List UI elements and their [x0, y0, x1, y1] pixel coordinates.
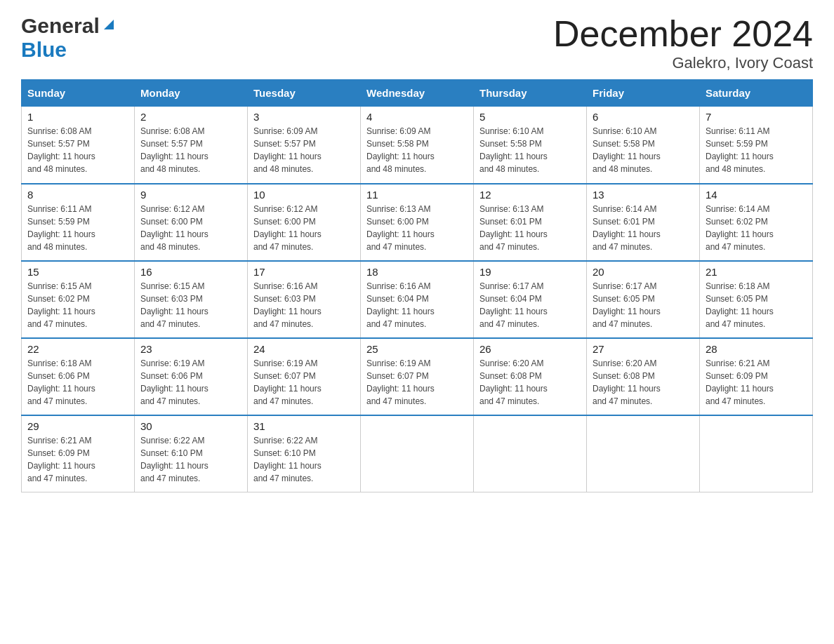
day-number: 8 — [27, 189, 128, 201]
calendar-cell: 13 Sunrise: 6:14 AMSunset: 6:01 PMDaylig… — [587, 184, 700, 261]
day-number: 15 — [27, 266, 128, 278]
calendar-table: SundayMondayTuesdayWednesdayThursdayFrid… — [21, 79, 813, 492]
calendar-day-header: Saturday — [700, 80, 813, 107]
day-number: 23 — [140, 343, 241, 355]
calendar-week-row: 29 Sunrise: 6:21 AMSunset: 6:09 PMDaylig… — [22, 415, 813, 492]
day-info: Sunrise: 6:11 AMSunset: 5:59 PMDaylight:… — [706, 126, 774, 174]
day-info: Sunrise: 6:21 AMSunset: 6:09 PMDaylight:… — [27, 436, 95, 483]
day-info: Sunrise: 6:15 AMSunset: 6:03 PMDaylight:… — [140, 281, 208, 329]
day-info: Sunrise: 6:20 AMSunset: 6:08 PMDaylight:… — [593, 358, 661, 406]
logo-triangle-icon — [101, 17, 117, 35]
calendar-cell: 15 Sunrise: 6:15 AMSunset: 6:02 PMDaylig… — [22, 261, 135, 338]
calendar-cell: 1 Sunrise: 6:08 AMSunset: 5:57 PMDayligh… — [22, 107, 135, 184]
day-info: Sunrise: 6:08 AMSunset: 5:57 PMDaylight:… — [140, 126, 208, 174]
calendar-week-row: 22 Sunrise: 6:18 AMSunset: 6:06 PMDaylig… — [22, 338, 813, 415]
calendar-cell: 6 Sunrise: 6:10 AMSunset: 5:58 PMDayligh… — [587, 107, 700, 184]
day-info: Sunrise: 6:15 AMSunset: 6:02 PMDaylight:… — [27, 281, 95, 329]
day-info: Sunrise: 6:20 AMSunset: 6:08 PMDaylight:… — [479, 358, 548, 406]
calendar-cell: 9 Sunrise: 6:12 AMSunset: 6:00 PMDayligh… — [135, 184, 248, 261]
day-number: 18 — [366, 266, 468, 278]
calendar-cell: 22 Sunrise: 6:18 AMSunset: 6:06 PMDaylig… — [22, 338, 135, 415]
calendar-cell: 31 Sunrise: 6:22 AMSunset: 6:10 PMDaylig… — [248, 415, 361, 492]
calendar-cell: 17 Sunrise: 6:16 AMSunset: 6:03 PMDaylig… — [248, 261, 361, 338]
day-info: Sunrise: 6:10 AMSunset: 5:58 PMDaylight:… — [479, 126, 548, 174]
calendar-cell: 2 Sunrise: 6:08 AMSunset: 5:57 PMDayligh… — [135, 107, 248, 184]
calendar-day-header: Sunday — [22, 80, 135, 107]
calendar-day-header: Tuesday — [248, 80, 361, 107]
svg-marker-0 — [104, 20, 114, 29]
logo-general-text: General — [21, 14, 100, 38]
page-header: General Blue December 2024 Galekro, Ivor… — [21, 14, 813, 72]
calendar-cell: 8 Sunrise: 6:11 AMSunset: 5:59 PMDayligh… — [22, 184, 135, 261]
calendar-cell: 3 Sunrise: 6:09 AMSunset: 5:57 PMDayligh… — [248, 107, 361, 184]
day-info: Sunrise: 6:13 AMSunset: 6:01 PMDaylight:… — [479, 204, 548, 252]
calendar-week-row: 8 Sunrise: 6:11 AMSunset: 5:59 PMDayligh… — [22, 184, 813, 261]
calendar-day-header: Friday — [587, 80, 700, 107]
calendar-day-header: Thursday — [474, 80, 587, 107]
day-number: 1 — [27, 111, 128, 123]
day-number: 13 — [593, 189, 694, 201]
day-number: 4 — [366, 111, 468, 123]
calendar-cell: 26 Sunrise: 6:20 AMSunset: 6:08 PMDaylig… — [474, 338, 587, 415]
day-number: 11 — [366, 189, 468, 201]
calendar-cell: 19 Sunrise: 6:17 AMSunset: 6:04 PMDaylig… — [474, 261, 587, 338]
day-info: Sunrise: 6:18 AMSunset: 6:06 PMDaylight:… — [27, 358, 95, 406]
calendar-cell: 12 Sunrise: 6:13 AMSunset: 6:01 PMDaylig… — [474, 184, 587, 261]
calendar-cell: 27 Sunrise: 6:20 AMSunset: 6:08 PMDaylig… — [587, 338, 700, 415]
day-info: Sunrise: 6:08 AMSunset: 5:57 PMDaylight:… — [27, 126, 95, 174]
day-number: 20 — [593, 266, 694, 278]
day-number: 12 — [479, 189, 581, 201]
day-number: 9 — [140, 189, 241, 201]
day-number: 7 — [706, 111, 807, 123]
day-number: 27 — [593, 343, 694, 355]
day-number: 14 — [706, 189, 807, 201]
day-info: Sunrise: 6:09 AMSunset: 5:58 PMDaylight:… — [366, 126, 435, 174]
day-info: Sunrise: 6:12 AMSunset: 6:00 PMDaylight:… — [253, 204, 322, 252]
calendar-day-header: Monday — [135, 80, 248, 107]
day-number: 6 — [593, 111, 694, 123]
page-title: December 2024 — [553, 14, 813, 54]
calendar-cell — [700, 415, 813, 492]
calendar-cell: 4 Sunrise: 6:09 AMSunset: 5:58 PMDayligh… — [361, 107, 474, 184]
day-number: 30 — [140, 420, 241, 432]
day-number: 5 — [479, 111, 581, 123]
calendar-cell — [474, 415, 587, 492]
calendar-cell: 24 Sunrise: 6:19 AMSunset: 6:07 PMDaylig… — [248, 338, 361, 415]
day-info: Sunrise: 6:19 AMSunset: 6:07 PMDaylight:… — [366, 358, 435, 406]
calendar-week-row: 15 Sunrise: 6:15 AMSunset: 6:02 PMDaylig… — [22, 261, 813, 338]
day-info: Sunrise: 6:11 AMSunset: 5:59 PMDaylight:… — [27, 204, 95, 252]
day-number: 28 — [706, 343, 807, 355]
day-number: 2 — [140, 111, 241, 123]
day-number: 24 — [253, 343, 355, 355]
logo: General Blue — [21, 14, 117, 62]
day-number: 3 — [253, 111, 355, 123]
day-number: 31 — [253, 420, 355, 432]
day-number: 29 — [27, 420, 128, 432]
calendar-cell — [361, 415, 474, 492]
day-info: Sunrise: 6:14 AMSunset: 6:02 PMDaylight:… — [706, 204, 774, 252]
day-number: 10 — [253, 189, 355, 201]
calendar-cell: 20 Sunrise: 6:17 AMSunset: 6:05 PMDaylig… — [587, 261, 700, 338]
day-number: 26 — [479, 343, 581, 355]
day-info: Sunrise: 6:17 AMSunset: 6:05 PMDaylight:… — [593, 281, 661, 329]
day-info: Sunrise: 6:16 AMSunset: 6:04 PMDaylight:… — [366, 281, 435, 329]
day-number: 22 — [27, 343, 128, 355]
calendar-week-row: 1 Sunrise: 6:08 AMSunset: 5:57 PMDayligh… — [22, 107, 813, 184]
day-number: 16 — [140, 266, 241, 278]
day-info: Sunrise: 6:12 AMSunset: 6:00 PMDaylight:… — [140, 204, 208, 252]
day-info: Sunrise: 6:19 AMSunset: 6:06 PMDaylight:… — [140, 358, 208, 406]
page-subtitle: Galekro, Ivory Coast — [553, 54, 813, 72]
day-number: 17 — [253, 266, 355, 278]
day-number: 21 — [706, 266, 807, 278]
day-info: Sunrise: 6:17 AMSunset: 6:04 PMDaylight:… — [479, 281, 548, 329]
calendar-cell: 16 Sunrise: 6:15 AMSunset: 6:03 PMDaylig… — [135, 261, 248, 338]
calendar-cell: 11 Sunrise: 6:13 AMSunset: 6:00 PMDaylig… — [361, 184, 474, 261]
calendar-cell: 18 Sunrise: 6:16 AMSunset: 6:04 PMDaylig… — [361, 261, 474, 338]
calendar-cell: 10 Sunrise: 6:12 AMSunset: 6:00 PMDaylig… — [248, 184, 361, 261]
calendar-cell: 14 Sunrise: 6:14 AMSunset: 6:02 PMDaylig… — [700, 184, 813, 261]
day-info: Sunrise: 6:13 AMSunset: 6:00 PMDaylight:… — [366, 204, 435, 252]
calendar-cell: 5 Sunrise: 6:10 AMSunset: 5:58 PMDayligh… — [474, 107, 587, 184]
calendar-cell: 30 Sunrise: 6:22 AMSunset: 6:10 PMDaylig… — [135, 415, 248, 492]
calendar-cell: 28 Sunrise: 6:21 AMSunset: 6:09 PMDaylig… — [700, 338, 813, 415]
day-info: Sunrise: 6:21 AMSunset: 6:09 PMDaylight:… — [706, 358, 774, 406]
